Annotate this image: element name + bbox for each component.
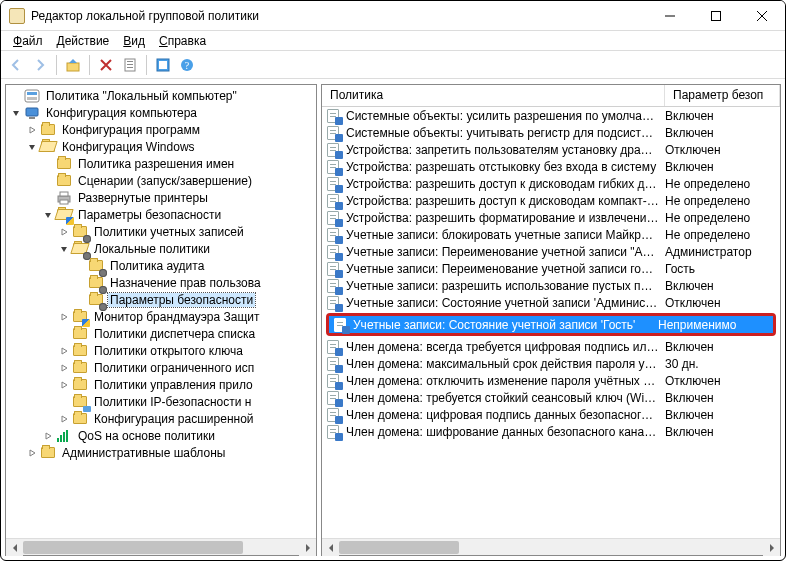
refresh-button[interactable] bbox=[152, 54, 174, 76]
tree-item[interactable]: Политики управления прило bbox=[6, 376, 316, 393]
tree-item[interactable]: Политики диспетчера списка bbox=[6, 325, 316, 342]
tree-item[interactable]: Административные шаблоны bbox=[6, 444, 316, 461]
chevron-right-icon[interactable] bbox=[26, 447, 38, 459]
policy-name: Устройства: запретить пользователям уста… bbox=[346, 143, 665, 157]
chevron-right-icon[interactable] bbox=[42, 430, 54, 442]
minimize-button[interactable] bbox=[647, 1, 693, 31]
policy-icon bbox=[326, 278, 342, 294]
close-button[interactable] bbox=[739, 1, 785, 31]
help-button[interactable]: ? bbox=[176, 54, 198, 76]
chevron-right-icon[interactable] bbox=[58, 413, 70, 425]
delete-button[interactable] bbox=[95, 54, 117, 76]
scroll-thumb[interactable] bbox=[339, 541, 459, 554]
menu-file[interactable]: Файл bbox=[7, 33, 49, 49]
policy-value: Не определено bbox=[665, 228, 780, 242]
list-hscroll[interactable] bbox=[322, 538, 780, 555]
chevron-down-icon[interactable] bbox=[42, 209, 54, 221]
tree-item[interactable]: Монитор брандмауэра Защит bbox=[6, 308, 316, 325]
chevron-down-icon[interactable] bbox=[58, 243, 70, 255]
policy-value: Не определено bbox=[665, 177, 780, 191]
list-row[interactable]: Устройства: разрешить доступ к дисковода… bbox=[322, 175, 780, 192]
policy-icon bbox=[326, 261, 342, 277]
tree-item[interactable]: Конфигурация программ bbox=[6, 121, 316, 138]
tree-item[interactable]: Конфигурация расширенной bbox=[6, 410, 316, 427]
tree-item[interactable]: Назначение прав пользова bbox=[6, 274, 316, 291]
tree-item[interactable]: QoS на основе политики bbox=[6, 427, 316, 444]
chevron-right-icon[interactable] bbox=[26, 124, 38, 136]
tree-hscroll[interactable] bbox=[6, 538, 316, 555]
forward-button[interactable] bbox=[29, 54, 51, 76]
chevron-right-icon[interactable] bbox=[58, 362, 70, 374]
policy-name: Устройства: разрешить доступ к дисковода… bbox=[346, 194, 665, 208]
column-policy[interactable]: Политика bbox=[322, 85, 665, 106]
tree-item[interactable]: Развернутые принтеры bbox=[6, 189, 316, 206]
scroll-left-icon[interactable] bbox=[6, 539, 23, 556]
tree-item[interactable]: Политики IP-безопасности н bbox=[6, 393, 316, 410]
chevron-right-icon[interactable] bbox=[58, 226, 70, 238]
policy-value: Отключен bbox=[665, 296, 780, 310]
root-icon bbox=[24, 88, 40, 104]
chevron-right-icon[interactable] bbox=[58, 311, 70, 323]
list-row[interactable]: Системные объекты: усилить разрешения по… bbox=[322, 107, 780, 124]
chevron-down-icon[interactable] bbox=[10, 107, 22, 119]
chevron-down-icon[interactable] bbox=[26, 141, 38, 153]
tree-item-label: Локальные политики bbox=[92, 242, 212, 256]
folder-icon bbox=[72, 326, 88, 342]
maximize-button[interactable] bbox=[693, 1, 739, 31]
list-row[interactable]: Учетные записи: Переименование учетной з… bbox=[322, 243, 780, 260]
list-row[interactable]: Учетные записи: Состояние учетной записи… bbox=[329, 316, 773, 333]
list-row[interactable]: Устройства: разрешить форматирование и и… bbox=[322, 209, 780, 226]
list-row[interactable]: Член домена: шифрование данных безопасно… bbox=[322, 423, 780, 440]
scroll-right-icon[interactable] bbox=[763, 539, 780, 556]
tree-item[interactable]: Политика аудита bbox=[6, 257, 316, 274]
list-row[interactable]: Учетные записи: разрешить использование … bbox=[322, 277, 780, 294]
properties-button[interactable] bbox=[119, 54, 141, 76]
list-row[interactable]: Учетные записи: Переименование учетной з… bbox=[322, 260, 780, 277]
column-security[interactable]: Параметр безоп bbox=[665, 85, 780, 106]
list-row[interactable]: Учетные записи: Состояние учетной записи… bbox=[322, 294, 780, 311]
policy-value: Включен bbox=[665, 391, 780, 405]
tree-item[interactable]: Политики учетных записей bbox=[6, 223, 316, 240]
folder-icon bbox=[88, 258, 104, 274]
list-row[interactable]: Член домена: отключить изменение пароля … bbox=[322, 372, 780, 389]
tree[interactable]: Политика "Локальный компьютер"Конфигурац… bbox=[6, 85, 316, 538]
list-row[interactable]: Системные объекты: учитывать регистр для… bbox=[322, 124, 780, 141]
tree-item[interactable]: Сценарии (запуск/завершение) bbox=[6, 172, 316, 189]
scroll-left-icon[interactable] bbox=[322, 539, 339, 556]
scroll-thumb[interactable] bbox=[23, 541, 243, 554]
tree-item[interactable]: Параметры безопасности bbox=[6, 206, 316, 223]
tree-item[interactable]: Политика "Локальный компьютер" bbox=[6, 87, 316, 104]
tree-item-label: Конфигурация расширенной bbox=[92, 412, 256, 426]
menu-help[interactable]: Справка bbox=[153, 33, 212, 49]
policy-name: Системные объекты: учитывать регистр для… bbox=[346, 126, 665, 140]
list-row[interactable]: Учетные записи: блокировать учетные запи… bbox=[322, 226, 780, 243]
list-row[interactable]: Член домена: требуется стойкий сеансовый… bbox=[322, 389, 780, 406]
tree-item[interactable]: Параметры безопасности bbox=[6, 291, 316, 308]
tree-item[interactable]: Конфигурация компьютера bbox=[6, 104, 316, 121]
list-row[interactable]: Устройства: разрешать отстыковку без вхо… bbox=[322, 158, 780, 175]
window-title: Редактор локальной групповой политики bbox=[31, 9, 259, 23]
list-row[interactable]: Устройства: запретить пользователям уста… bbox=[322, 141, 780, 158]
tree-item[interactable]: Политики ограниченного исп bbox=[6, 359, 316, 376]
tree-item[interactable]: Политики открытого ключа bbox=[6, 342, 316, 359]
list-row[interactable]: Член домена: максимальный срок действия … bbox=[322, 355, 780, 372]
list-row[interactable]: Член домена: всегда требуется цифровая п… bbox=[322, 338, 780, 355]
list-row[interactable]: Член домена: цифровая подпись данных без… bbox=[322, 406, 780, 423]
chevron-right-icon[interactable] bbox=[58, 379, 70, 391]
back-button[interactable] bbox=[5, 54, 27, 76]
chevron-right-icon[interactable] bbox=[58, 345, 70, 357]
tree-item[interactable]: Политика разрешения имен bbox=[6, 155, 316, 172]
list-body[interactable]: Системные объекты: усилить разрешения по… bbox=[322, 107, 780, 538]
tree-item-label: Политики ограниченного исп bbox=[92, 361, 256, 375]
menu-view[interactable]: Вид bbox=[117, 33, 151, 49]
policy-icon bbox=[326, 244, 342, 260]
list-row[interactable]: Устройства: разрешить доступ к дисковода… bbox=[322, 192, 780, 209]
tree-item[interactable]: Конфигурация Windows bbox=[6, 138, 316, 155]
svg-rect-10 bbox=[27, 92, 37, 95]
menu-action[interactable]: Действие bbox=[51, 33, 116, 49]
policy-name: Член домена: требуется стойкий сеансовый… bbox=[346, 391, 665, 405]
toolbar: ? bbox=[1, 51, 785, 79]
up-button[interactable] bbox=[62, 54, 84, 76]
tree-item[interactable]: Локальные политики bbox=[6, 240, 316, 257]
scroll-right-icon[interactable] bbox=[299, 539, 316, 556]
